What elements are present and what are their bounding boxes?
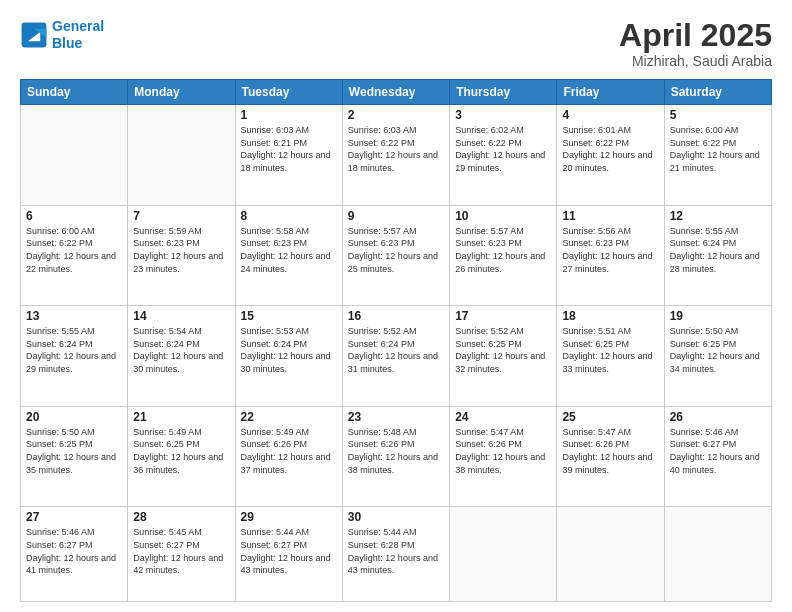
calendar-cell: 10Sunrise: 5:57 AM Sunset: 6:23 PM Dayli… [450, 205, 557, 306]
day-info: Sunrise: 5:50 AM Sunset: 6:25 PM Dayligh… [26, 426, 122, 476]
weekday-header-wednesday: Wednesday [342, 80, 449, 105]
week-row-4: 20Sunrise: 5:50 AM Sunset: 6:25 PM Dayli… [21, 406, 772, 507]
logo: General Blue [20, 18, 104, 52]
title-block: April 2025 Mizhirah, Saudi Arabia [619, 18, 772, 69]
calendar-cell: 19Sunrise: 5:50 AM Sunset: 6:25 PM Dayli… [664, 306, 771, 407]
day-number: 9 [348, 209, 444, 223]
day-info: Sunrise: 5:58 AM Sunset: 6:23 PM Dayligh… [241, 225, 337, 275]
day-info: Sunrise: 5:46 AM Sunset: 6:27 PM Dayligh… [26, 526, 122, 576]
weekday-header-sunday: Sunday [21, 80, 128, 105]
day-number: 12 [670, 209, 766, 223]
day-number: 27 [26, 510, 122, 524]
logo-text: General Blue [52, 18, 104, 52]
calendar-table: SundayMondayTuesdayWednesdayThursdayFrid… [20, 79, 772, 602]
calendar-cell: 6Sunrise: 6:00 AM Sunset: 6:22 PM Daylig… [21, 205, 128, 306]
week-row-5: 27Sunrise: 5:46 AM Sunset: 6:27 PM Dayli… [21, 507, 772, 602]
day-info: Sunrise: 6:02 AM Sunset: 6:22 PM Dayligh… [455, 124, 551, 174]
day-info: Sunrise: 5:59 AM Sunset: 6:23 PM Dayligh… [133, 225, 229, 275]
calendar-cell: 7Sunrise: 5:59 AM Sunset: 6:23 PM Daylig… [128, 205, 235, 306]
day-number: 18 [562, 309, 658, 323]
weekday-header-tuesday: Tuesday [235, 80, 342, 105]
day-info: Sunrise: 5:47 AM Sunset: 6:26 PM Dayligh… [562, 426, 658, 476]
day-number: 19 [670, 309, 766, 323]
calendar-cell: 4Sunrise: 6:01 AM Sunset: 6:22 PM Daylig… [557, 105, 664, 206]
calendar-cell: 12Sunrise: 5:55 AM Sunset: 6:24 PM Dayli… [664, 205, 771, 306]
calendar-cell [664, 507, 771, 602]
calendar-cell: 3Sunrise: 6:02 AM Sunset: 6:22 PM Daylig… [450, 105, 557, 206]
calendar-cell: 30Sunrise: 5:44 AM Sunset: 6:28 PM Dayli… [342, 507, 449, 602]
calendar-cell: 17Sunrise: 5:52 AM Sunset: 6:25 PM Dayli… [450, 306, 557, 407]
calendar-cell: 21Sunrise: 5:49 AM Sunset: 6:25 PM Dayli… [128, 406, 235, 507]
calendar-cell: 29Sunrise: 5:44 AM Sunset: 6:27 PM Dayli… [235, 507, 342, 602]
day-info: Sunrise: 6:03 AM Sunset: 6:21 PM Dayligh… [241, 124, 337, 174]
day-number: 21 [133, 410, 229, 424]
calendar-cell: 8Sunrise: 5:58 AM Sunset: 6:23 PM Daylig… [235, 205, 342, 306]
day-info: Sunrise: 5:55 AM Sunset: 6:24 PM Dayligh… [670, 225, 766, 275]
subtitle: Mizhirah, Saudi Arabia [619, 53, 772, 69]
calendar-cell [128, 105, 235, 206]
day-info: Sunrise: 5:44 AM Sunset: 6:28 PM Dayligh… [348, 526, 444, 576]
logo-line2: Blue [52, 35, 82, 51]
day-number: 6 [26, 209, 122, 223]
day-info: Sunrise: 5:57 AM Sunset: 6:23 PM Dayligh… [348, 225, 444, 275]
day-number: 23 [348, 410, 444, 424]
day-number: 13 [26, 309, 122, 323]
calendar-cell: 11Sunrise: 5:56 AM Sunset: 6:23 PM Dayli… [557, 205, 664, 306]
day-number: 3 [455, 108, 551, 122]
calendar-cell: 2Sunrise: 6:03 AM Sunset: 6:22 PM Daylig… [342, 105, 449, 206]
day-info: Sunrise: 5:44 AM Sunset: 6:27 PM Dayligh… [241, 526, 337, 576]
day-info: Sunrise: 5:47 AM Sunset: 6:26 PM Dayligh… [455, 426, 551, 476]
weekday-header-friday: Friday [557, 80, 664, 105]
weekday-header-monday: Monday [128, 80, 235, 105]
calendar-cell: 15Sunrise: 5:53 AM Sunset: 6:24 PM Dayli… [235, 306, 342, 407]
day-number: 25 [562, 410, 658, 424]
week-row-3: 13Sunrise: 5:55 AM Sunset: 6:24 PM Dayli… [21, 306, 772, 407]
calendar-cell [450, 507, 557, 602]
day-info: Sunrise: 5:51 AM Sunset: 6:25 PM Dayligh… [562, 325, 658, 375]
day-number: 4 [562, 108, 658, 122]
page: General Blue April 2025 Mizhirah, Saudi … [0, 0, 792, 612]
calendar-cell: 20Sunrise: 5:50 AM Sunset: 6:25 PM Dayli… [21, 406, 128, 507]
day-info: Sunrise: 6:01 AM Sunset: 6:22 PM Dayligh… [562, 124, 658, 174]
day-number: 8 [241, 209, 337, 223]
day-number: 28 [133, 510, 229, 524]
day-info: Sunrise: 5:53 AM Sunset: 6:24 PM Dayligh… [241, 325, 337, 375]
day-number: 29 [241, 510, 337, 524]
day-info: Sunrise: 6:03 AM Sunset: 6:22 PM Dayligh… [348, 124, 444, 174]
calendar-cell: 28Sunrise: 5:45 AM Sunset: 6:27 PM Dayli… [128, 507, 235, 602]
day-info: Sunrise: 5:46 AM Sunset: 6:27 PM Dayligh… [670, 426, 766, 476]
day-info: Sunrise: 5:50 AM Sunset: 6:25 PM Dayligh… [670, 325, 766, 375]
calendar-cell [21, 105, 128, 206]
calendar-cell: 24Sunrise: 5:47 AM Sunset: 6:26 PM Dayli… [450, 406, 557, 507]
day-info: Sunrise: 6:00 AM Sunset: 6:22 PM Dayligh… [26, 225, 122, 275]
day-number: 16 [348, 309, 444, 323]
day-number: 20 [26, 410, 122, 424]
weekday-header-row: SundayMondayTuesdayWednesdayThursdayFrid… [21, 80, 772, 105]
day-number: 17 [455, 309, 551, 323]
day-info: Sunrise: 5:56 AM Sunset: 6:23 PM Dayligh… [562, 225, 658, 275]
week-row-1: 1Sunrise: 6:03 AM Sunset: 6:21 PM Daylig… [21, 105, 772, 206]
day-number: 14 [133, 309, 229, 323]
logo-line1: General [52, 18, 104, 34]
calendar-cell: 18Sunrise: 5:51 AM Sunset: 6:25 PM Dayli… [557, 306, 664, 407]
day-number: 5 [670, 108, 766, 122]
day-info: Sunrise: 5:48 AM Sunset: 6:26 PM Dayligh… [348, 426, 444, 476]
day-info: Sunrise: 5:55 AM Sunset: 6:24 PM Dayligh… [26, 325, 122, 375]
day-info: Sunrise: 5:45 AM Sunset: 6:27 PM Dayligh… [133, 526, 229, 576]
day-number: 26 [670, 410, 766, 424]
calendar-cell: 5Sunrise: 6:00 AM Sunset: 6:22 PM Daylig… [664, 105, 771, 206]
calendar-cell: 25Sunrise: 5:47 AM Sunset: 6:26 PM Dayli… [557, 406, 664, 507]
day-info: Sunrise: 6:00 AM Sunset: 6:22 PM Dayligh… [670, 124, 766, 174]
main-title: April 2025 [619, 18, 772, 53]
day-info: Sunrise: 5:57 AM Sunset: 6:23 PM Dayligh… [455, 225, 551, 275]
week-row-2: 6Sunrise: 6:00 AM Sunset: 6:22 PM Daylig… [21, 205, 772, 306]
day-number: 1 [241, 108, 337, 122]
day-number: 30 [348, 510, 444, 524]
day-number: 15 [241, 309, 337, 323]
weekday-header-thursday: Thursday [450, 80, 557, 105]
logo-icon [20, 21, 48, 49]
calendar-cell: 16Sunrise: 5:52 AM Sunset: 6:24 PM Dayli… [342, 306, 449, 407]
calendar-cell: 27Sunrise: 5:46 AM Sunset: 6:27 PM Dayli… [21, 507, 128, 602]
calendar-cell: 23Sunrise: 5:48 AM Sunset: 6:26 PM Dayli… [342, 406, 449, 507]
day-number: 7 [133, 209, 229, 223]
